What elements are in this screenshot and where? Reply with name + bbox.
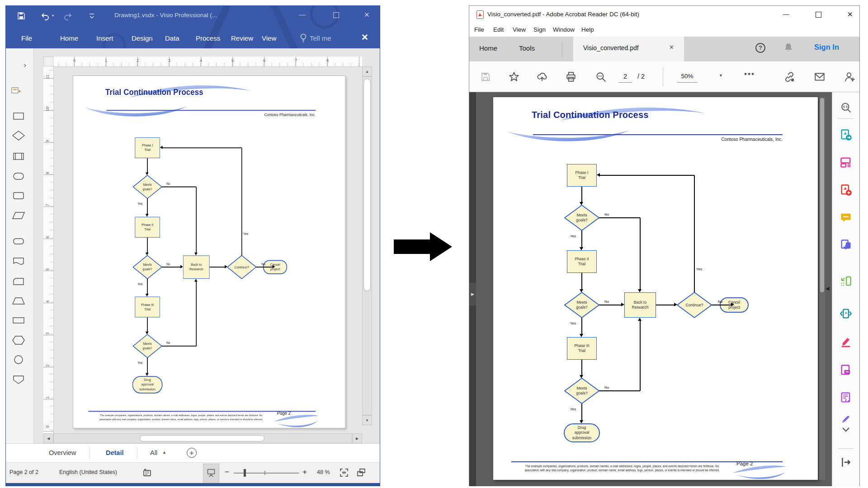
print-icon[interactable] <box>565 71 577 83</box>
stencil-subprocess-shape[interactable] <box>12 151 25 162</box>
edit-pdf-icon[interactable] <box>832 156 859 169</box>
node-meets-goals-3[interactable]: Meets goals? <box>132 334 162 358</box>
star-favorite-icon[interactable] <box>508 71 520 83</box>
tell-me-label[interactable]: Tell me <box>310 34 331 42</box>
tab-document[interactable]: Visio_converted.pdf ✕ <box>573 37 684 61</box>
minimize-icon[interactable]: — <box>783 10 789 18</box>
stencil-startend-shape[interactable] <box>12 171 25 182</box>
expand-left-pane-icon[interactable]: ▶ <box>469 283 476 305</box>
scroll-up-icon[interactable]: ▲ <box>362 66 372 76</box>
zoom-out-icon[interactable]: − <box>225 468 229 477</box>
maximize-icon[interactable] <box>333 12 339 18</box>
email-icon[interactable] <box>814 71 826 83</box>
page-tab-detail[interactable]: Detail <box>106 449 124 456</box>
zoom-dropdown-icon[interactable]: ▼ <box>719 73 723 78</box>
prepare-form-icon[interactable] <box>832 391 859 404</box>
scroll-down-icon[interactable]: ▼ <box>362 415 372 425</box>
stencil-data-shape[interactable] <box>12 210 25 221</box>
fit-page-to-window-icon[interactable] <box>339 467 349 478</box>
customize-quick-access-icon[interactable] <box>88 13 95 19</box>
new-page-button[interactable]: + <box>187 448 197 458</box>
notification-bell-icon[interactable] <box>783 42 794 54</box>
menu-view[interactable]: View <box>513 26 526 33</box>
stencil-offpage-shape[interactable] <box>12 374 25 385</box>
stencil-alternate-process-shape[interactable] <box>12 190 25 201</box>
maximize-icon[interactable] <box>816 12 821 18</box>
node-meets-goals-2[interactable]: Meets goals? <box>132 255 162 279</box>
all-pages-up-icon[interactable]: ▲ <box>162 450 166 455</box>
stencil-hexagon-shape[interactable] <box>12 335 25 346</box>
node-back-to-research[interactable]: Back to Research <box>183 255 210 279</box>
node-continue[interactable]: Continue? <box>227 255 256 279</box>
create-pdf-icon[interactable] <box>832 183 859 196</box>
stencil-decision-shape[interactable] <box>12 130 25 141</box>
menu-file[interactable]: File <box>474 26 484 33</box>
stencil-card-shape[interactable] <box>12 276 25 287</box>
combine-files-icon[interactable] <box>832 239 859 251</box>
switch-windows-icon[interactable] <box>356 467 367 478</box>
tab-data[interactable]: Data <box>165 34 179 42</box>
tab-file[interactable]: File <box>21 34 32 42</box>
stencil-process-shape[interactable] <box>12 111 25 122</box>
compress-pdf-icon[interactable] <box>832 307 859 320</box>
minimize-icon[interactable]: — <box>299 10 306 18</box>
more-tools-chevron-icon[interactable] <box>832 427 859 433</box>
comment-icon[interactable] <box>832 211 859 224</box>
macro-record-icon[interactable] <box>142 467 152 478</box>
zoom-level-select[interactable]: 50% <box>677 70 697 83</box>
collapse-tools-pane-icon[interactable]: ◀ <box>826 286 829 291</box>
scroll-right-icon[interactable]: ▶ <box>352 433 362 443</box>
undo-dropdown-icon[interactable]: ▾ <box>52 14 54 18</box>
page-tab-all[interactable]: All <box>150 449 157 456</box>
upload-cloud-icon[interactable] <box>536 71 548 83</box>
stencil-rectangle-shape[interactable] <box>12 315 25 326</box>
tab-design[interactable]: Design <box>132 34 153 42</box>
stencil-document-shape[interactable] <box>12 256 25 267</box>
presentation-mode-button[interactable] <box>203 464 219 483</box>
node-meets-goals-1[interactable]: Meets goals? <box>132 175 162 199</box>
stencil-circle-shape[interactable] <box>12 354 25 365</box>
tab-insert[interactable]: Insert <box>96 34 113 42</box>
zoom-in-icon[interactable]: + <box>302 468 307 477</box>
menu-window[interactable]: Window <box>553 26 575 33</box>
page-tab-overview[interactable]: Overview <box>49 449 76 456</box>
more-tools-icon[interactable]: ••• <box>744 70 755 79</box>
tab-acrobat-tools[interactable]: Tools <box>519 44 535 52</box>
tab-view[interactable]: View <box>262 34 276 42</box>
search-tools-icon[interactable] <box>832 101 859 114</box>
save-icon[interactable] <box>17 11 26 20</box>
fill-sign-icon[interactable] <box>832 413 859 424</box>
tab-close-icon[interactable]: ✕ <box>669 44 674 51</box>
protect-pdf-icon[interactable] <box>832 364 859 376</box>
page-number-input[interactable]: 2 <box>618 70 632 83</box>
sign-in-button[interactable]: Sign In <box>814 43 839 52</box>
open-tools-pane-icon[interactable] <box>832 456 859 468</box>
shapes-window-icon[interactable] <box>11 87 21 95</box>
close-icon[interactable]: ✕ <box>847 10 853 19</box>
menu-help[interactable]: Help <box>581 26 594 33</box>
node-phase3-trial[interactable]: Phase III Trial <box>135 296 160 317</box>
stencil-rounded-process-shape[interactable] <box>12 236 25 247</box>
status-page-indicator[interactable]: Page 2 of 2 <box>9 469 38 475</box>
person-add-icon[interactable] <box>844 71 855 83</box>
tab-acrobat-home[interactable]: Home <box>479 44 497 52</box>
zoom-slider-thumb[interactable] <box>244 469 246 477</box>
scroll-left-icon[interactable]: ◀ <box>43 433 53 443</box>
undo-icon[interactable] <box>40 11 50 20</box>
ribbon-close-icon[interactable]: ✕ <box>361 32 368 42</box>
node-phase2-trial[interactable]: Phase II Trial <box>135 217 160 238</box>
organize-pages-icon[interactable] <box>832 275 859 287</box>
tab-review[interactable]: Review <box>231 34 253 42</box>
close-icon[interactable]: ✕ <box>364 11 370 19</box>
expand-shapes-chevron-icon[interactable]: › <box>24 61 26 69</box>
vertical-scrollbar[interactable] <box>362 76 372 415</box>
help-icon[interactable]: ? <box>755 43 765 53</box>
tab-process[interactable]: Process <box>196 34 220 42</box>
tab-home[interactable]: Home <box>60 34 78 42</box>
stencil-trapezoid-shape[interactable] <box>12 296 25 306</box>
node-phase1-trial[interactable]: Phase I Trial <box>135 137 160 158</box>
zoom-percentage[interactable]: 48 % <box>317 469 330 475</box>
menu-edit[interactable]: Edit <box>493 26 504 33</box>
redact-icon[interactable] <box>832 336 859 348</box>
menu-sign[interactable]: Sign <box>533 26 546 33</box>
